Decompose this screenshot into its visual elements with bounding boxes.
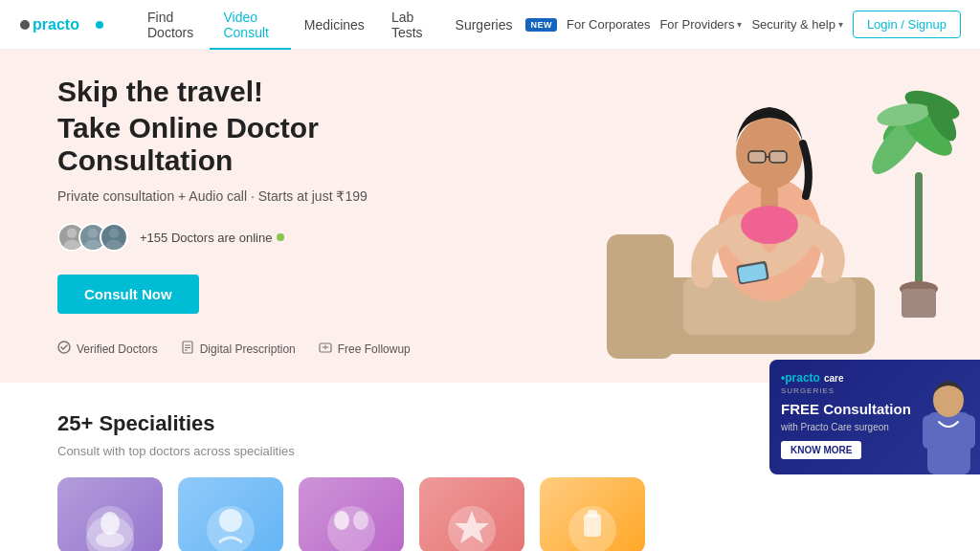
prescription-label: Digital Prescription <box>200 342 296 356</box>
svg-point-35 <box>741 206 798 244</box>
svg-rect-29 <box>748 151 766 163</box>
svg-point-8 <box>105 240 122 252</box>
svg-text:practo: practo <box>33 16 79 33</box>
nav-medicines[interactable]: Medicines <box>291 0 378 50</box>
svg-point-3 <box>67 228 77 237</box>
svg-rect-25 <box>607 234 674 359</box>
nav-surgeries[interactable]: Surgeries <box>442 0 526 50</box>
svg-point-0 <box>20 20 30 30</box>
hero-content: Skip the travel! Take Online Doctor Cons… <box>0 50 498 383</box>
nav-video-consult[interactable]: Video Consult <box>210 0 290 50</box>
ad-doctor-figure <box>918 369 980 474</box>
doctor-avatar-3 <box>100 223 128 252</box>
login-signup-button[interactable]: Login / Signup <box>853 11 961 38</box>
speciality-cards-list <box>57 477 923 551</box>
svg-point-38 <box>96 532 124 547</box>
svg-rect-51 <box>964 415 975 449</box>
for-providers-link[interactable]: For Providers ▾ <box>659 17 742 32</box>
svg-point-7 <box>109 228 119 237</box>
svg-point-5 <box>88 228 98 237</box>
for-corporates-link[interactable]: For Corporates <box>567 17 650 32</box>
svg-rect-50 <box>923 415 934 449</box>
online-count-text: +155 Doctors are online <box>140 231 284 245</box>
speciality-card-4[interactable] <box>419 477 524 551</box>
feature-digital-prescription: Digital Prescription <box>181 341 296 357</box>
speciality-card-3[interactable] <box>299 477 404 551</box>
feature-free-followup: Free Followup <box>319 341 411 357</box>
hero-title-1: Skip the travel! <box>57 76 440 108</box>
hero-section: Skip the travel! Take Online Doctor Cons… <box>0 50 980 383</box>
svg-point-2 <box>96 21 103 29</box>
logo[interactable]: practo <box>19 11 105 38</box>
doctors-online-indicator: +155 Doctors are online <box>57 223 440 252</box>
prescription-icon <box>181 341 194 357</box>
followup-label: Free Followup <box>338 342 411 356</box>
hero-features: Verified Doctors Digital Prescription <box>57 341 440 357</box>
ad-logo-care: care <box>824 373 844 384</box>
svg-point-40 <box>219 509 242 532</box>
main-nav: Find Doctors Video Consult Medicines Lab… <box>134 0 525 50</box>
svg-rect-47 <box>588 510 597 518</box>
header-right: NEW For Corporates For Providers ▾ Secur… <box>525 11 961 38</box>
svg-point-4 <box>63 240 79 252</box>
security-help-link[interactable]: Security & help ▾ <box>751 17 842 32</box>
svg-point-43 <box>353 511 368 530</box>
speciality-card-5[interactable] <box>540 477 645 551</box>
svg-point-6 <box>84 240 100 252</box>
hero-subtitle: Private consultation + Audio call · Star… <box>57 188 440 204</box>
verified-icon <box>57 341 71 357</box>
svg-rect-23 <box>902 289 936 318</box>
header: practo Find Doctors Video Consult Medici… <box>0 0 980 50</box>
hero-image <box>559 50 980 383</box>
consult-now-button[interactable]: Consult Now <box>57 275 199 314</box>
svg-point-41 <box>327 506 375 551</box>
ad-banner: •practo care SURGERIES FREE Consultation… <box>769 360 980 474</box>
verified-label: Verified Doctors <box>77 342 158 356</box>
svg-rect-21 <box>915 172 923 287</box>
svg-rect-30 <box>769 151 787 163</box>
new-badge: NEW <box>525 18 557 32</box>
nav-find-doctors[interactable]: Find Doctors <box>134 0 210 50</box>
ad-logo: •practo <box>781 371 820 385</box>
security-chevron-icon: ▾ <box>838 19 843 30</box>
nav-lab-tests[interactable]: Lab Tests <box>378 0 442 50</box>
followup-icon <box>319 341 332 357</box>
ad-description: with Practo Care surgeon <box>781 422 905 432</box>
hero-title-2: Take Online Doctor Consultation <box>57 112 440 177</box>
svg-point-42 <box>334 511 349 530</box>
speciality-card-2[interactable] <box>178 477 283 551</box>
providers-chevron-icon: ▾ <box>737 19 742 30</box>
know-more-button[interactable]: KNOW MORE <box>781 441 861 459</box>
ad-free-consultation: FREE Consultation <box>781 401 915 418</box>
doctor-avatars <box>57 223 121 252</box>
svg-point-37 <box>100 512 120 535</box>
online-status-dot <box>277 233 284 241</box>
speciality-card-1[interactable] <box>57 477 163 551</box>
feature-verified-doctors: Verified Doctors <box>57 341 158 357</box>
